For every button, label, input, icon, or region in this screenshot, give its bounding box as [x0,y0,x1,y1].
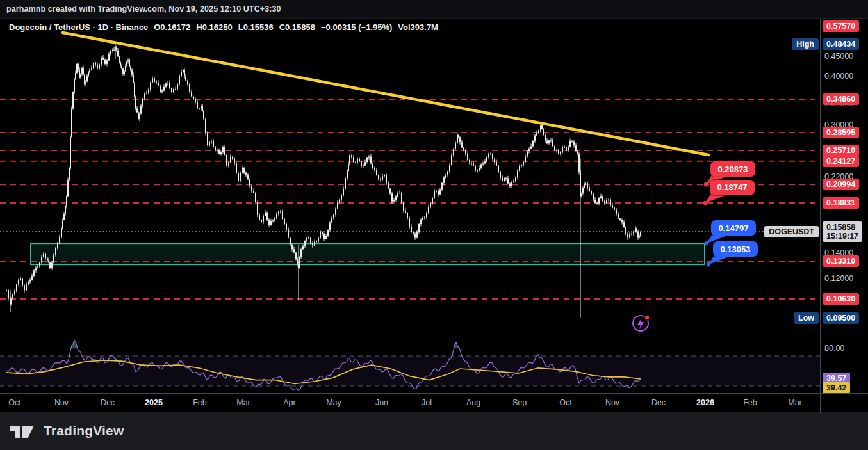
price-callout-bubble[interactable]: 0.14797 [711,220,756,236]
time-tick-month: Nov [54,398,69,407]
price-tick: 0.45000 [824,52,853,61]
descending-trendline[interactable] [63,33,708,155]
support-zone-box[interactable] [31,243,705,264]
time-tick-month: Feb [193,398,207,407]
low-edge-label: Low [794,312,819,324]
callout-anchor-dot [705,241,708,245]
current-price-badge: 0.1585815:19:17 [823,221,862,242]
footer-bar: TradingView [0,412,868,450]
high-edge-label: High [792,38,819,50]
chart-frame: Dogecoin / TetherUS · 1D · Binance O0.16… [0,18,868,412]
price-level-badge: 0.34860 [823,93,859,105]
time-tick-month: Nov [605,398,619,407]
legend-open: O0.16172 [154,22,190,32]
attribution-text: parhamnb created with TradingView.com, N… [6,4,281,13]
time-tick-month: Sep [512,398,527,407]
time-tick-month: Oct [559,398,571,407]
price-callout-bubble[interactable]: 0.13053 [713,241,758,257]
price-level-badge: 0.20994 [823,179,859,190]
price-level-badge: 0.10630 [823,293,859,305]
rsi-top-tick: 80.00 [824,344,844,353]
time-tick-month: May [326,398,341,407]
price-level-badge: 0.25710 [823,145,859,156]
price-tick: 0.40000 [824,72,853,81]
callout-anchor-dot [707,262,710,266]
current-price-value: 0.15858 [826,223,858,232]
symbol-price-line-label: DOGEUSDT [764,226,819,237]
tradingview-snapshot: parhamnb created with TradingView.com, N… [0,0,868,450]
attribution-bar: parhamnb created with TradingView.com, N… [0,0,868,18]
legend-low: L0.15536 [238,22,274,32]
time-tick-year: 2025 [145,398,163,407]
legend-change: −0.00315 (−1.95%) [321,22,392,32]
current-price-countdown: 15:19:17 [826,232,858,241]
time-tick-month: Aug [466,398,480,407]
live-stream-icon[interactable] [630,312,652,333]
callout-anchor-dot [703,201,707,205]
time-tick-month: Dec [651,398,666,407]
time-axis[interactable]: OctNovDec2025FebMarAprMayJunJulAugSepOct… [0,393,868,412]
lightning-bolt-icon [630,312,652,333]
symbol-legend[interactable]: Dogecoin / TetherUS · 1D · Binance O0.16… [9,22,438,32]
price-level-badge: 0.57570 [823,20,859,32]
time-tick-year: 2026 [696,398,714,407]
candles [6,44,641,318]
price-level-badge: 0.24127 [823,156,859,167]
legend-volume: Vol393.7M [398,22,438,32]
high-price-badge: 0.48434 [823,38,859,50]
price-level-lines [0,99,820,299]
rsi-ma-value-badge: 39.42 [823,382,850,394]
time-tick-month: Apr [283,398,295,407]
time-tick-month: Feb [743,398,757,407]
time-tick-month: Mar [236,398,250,407]
price-level-badge: 0.13310 [823,255,859,267]
tradingview-logo-icon [9,421,37,440]
symbol-title[interactable]: Dogecoin / TetherUS · 1D · Binance [9,22,148,32]
axis-corner-divider [820,394,821,413]
low-price-badge: 0.09500 [823,312,859,324]
legend-close: C0.15858 [279,22,315,32]
time-tick-month: Jul [422,398,432,407]
plot-area[interactable] [0,19,820,393]
callout-anchor-dot [704,182,708,186]
time-tick-month: Mar [788,398,802,407]
time-tick-month: Oct [8,398,20,407]
time-tick-month: Dec [101,398,115,407]
pane-separator[interactable] [0,332,868,332]
price-callout-bubble[interactable]: 0.20873 [710,161,755,177]
tradingview-brand-text: TradingView [44,423,124,438]
legend-high: H0.16250 [196,22,232,32]
price-axis[interactable]: 0.340000.450000.400000.300000.220000.140… [820,19,868,393]
price-level-badge: 0.28595 [823,127,859,138]
price-tick: 0.12000 [824,274,853,283]
time-tick-month: Jun [375,398,388,407]
price-callout-bubble[interactable]: 0.18747 [710,180,755,195]
price-level-badge: 0.18831 [823,197,859,209]
